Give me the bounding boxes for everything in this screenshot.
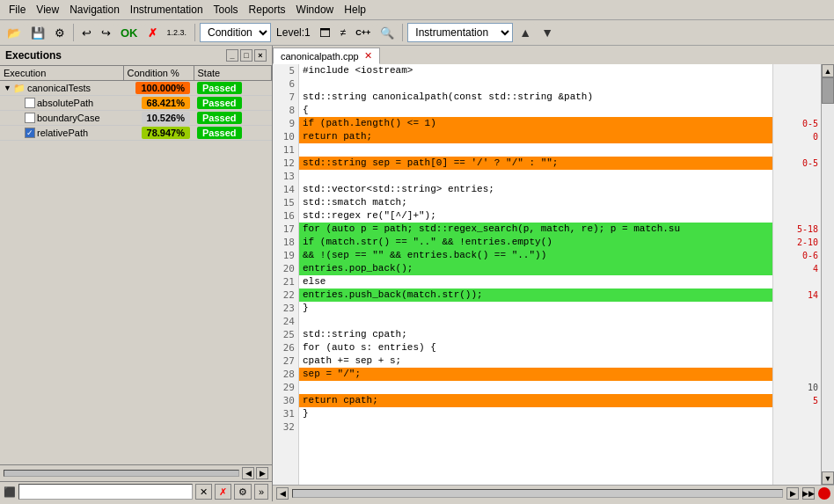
- coverage-row: 10: [773, 381, 821, 394]
- menu-window[interactable]: Window: [291, 2, 340, 18]
- horizontal-scrollbar[interactable]: [4, 470, 239, 477]
- tab-close-icon[interactable]: ✕: [364, 50, 372, 62]
- instrumentation-select[interactable]: Instrumentation: [407, 23, 513, 42]
- code-text: std::string sep = path[0] == '/' ? "/" :…: [303, 157, 558, 170]
- expand-icon[interactable]: ▼: [4, 84, 11, 92]
- close-panel-button[interactable]: ×: [254, 49, 267, 62]
- ok-button[interactable]: OK: [117, 24, 142, 42]
- line-number: 20: [273, 262, 298, 275]
- executions-header: Executions _ □ ×: [0, 46, 272, 66]
- coverage-row: 14: [773, 289, 821, 302]
- row-name: boundaryCase: [37, 113, 100, 123]
- menu-reports[interactable]: Reports: [244, 2, 291, 18]
- arrow-down-button[interactable]: ▼: [538, 23, 557, 42]
- mode-button[interactable]: 1.2.3.: [164, 26, 191, 40]
- not-equal-button[interactable]: ≠: [337, 24, 350, 41]
- row-name: canonicalTests: [27, 83, 91, 93]
- coverage-row: [773, 315, 821, 328]
- search-input[interactable]: [18, 484, 193, 500]
- code-text: if (match.str() == ".." && !entries.empt…: [303, 236, 552, 249]
- clear-search-button[interactable]: ✕: [195, 484, 212, 500]
- vertical-scrollbar[interactable]: ▲ ▼: [821, 64, 834, 485]
- menubar: File View Navigation Instrumentation Too…: [0, 0, 834, 20]
- checkbox-absolute[interactable]: [25, 98, 35, 108]
- cpp-button[interactable]: C++: [352, 26, 374, 40]
- menu-navigation[interactable]: Navigation: [64, 2, 125, 18]
- code-nav-right2[interactable]: ▶▶: [802, 487, 815, 500]
- code-nav-right1[interactable]: ▶: [786, 487, 799, 500]
- line-number: 18: [273, 236, 298, 249]
- left-arrow[interactable]: ◀: [242, 467, 254, 479]
- coverage-row: 2-10: [773, 236, 821, 249]
- state-badge: Passed: [197, 82, 242, 94]
- arrow-up-button[interactable]: ▲: [516, 23, 535, 42]
- scroll-down-button[interactable]: ▼: [822, 471, 834, 485]
- coverage-row: [773, 104, 821, 117]
- checkbox-relative[interactable]: ✓: [25, 128, 35, 138]
- menu-view[interactable]: View: [31, 2, 64, 18]
- line-number: 25: [273, 328, 298, 341]
- code-text: std::vector<std::string> entries;: [303, 183, 494, 196]
- coverage-row: [773, 64, 821, 77]
- separator-2: [194, 24, 195, 41]
- code-line: entries.push_back(match.str());: [299, 289, 772, 302]
- instrumentation-dropdown-group: Instrumentation: [407, 23, 513, 42]
- menu-tools[interactable]: Tools: [208, 2, 244, 18]
- code-line: cpath += sep + s;: [299, 354, 772, 368]
- checkbox-boundary[interactable]: [25, 113, 35, 123]
- code-text: std::smatch match;: [303, 196, 407, 209]
- code-editor-panel: canonicalpath.cpp ✕ 56789101112131415161…: [273, 46, 834, 501]
- code-text: #include <iostream>: [303, 64, 413, 77]
- line-numbers: 5678910111213141516171819202122232425262…: [273, 64, 299, 485]
- code-line: for (auto s: entries) {: [299, 341, 772, 354]
- code-content[interactable]: #include <iostream>std::string canonical…: [299, 64, 772, 485]
- code-nav-left[interactable]: ◀: [276, 487, 289, 500]
- code-horizontal-scrollbar[interactable]: [292, 489, 783, 498]
- coverage-row: [773, 91, 821, 104]
- scroll-thumb[interactable]: [822, 77, 834, 104]
- menu-help[interactable]: Help: [339, 2, 371, 18]
- main-layout: Executions _ □ × Execution Condition % S…: [0, 46, 834, 501]
- scroll-up-button[interactable]: ▲: [822, 64, 834, 77]
- search-code-button[interactable]: 🔍: [377, 24, 398, 42]
- search-options-button[interactable]: ⚙: [234, 484, 252, 500]
- redo-button[interactable]: ↪: [98, 24, 114, 42]
- tree-row-absolute: absolutePath: [4, 98, 120, 108]
- line-number: 31: [273, 407, 298, 420]
- line-number: 8: [273, 104, 298, 117]
- code-area: 5678910111213141516171819202122232425262…: [273, 64, 834, 485]
- line-number: 10: [273, 130, 298, 143]
- code-line: std::string canonicalpath(const std::str…: [299, 91, 772, 104]
- save-button[interactable]: 💾: [27, 24, 48, 42]
- code-text: sep = "/";: [303, 368, 361, 381]
- window-button[interactable]: 🗖: [316, 24, 334, 42]
- tab-canonicalpath[interactable]: canonicalpath.cpp ✕: [273, 47, 380, 64]
- coverage-row: [773, 77, 821, 91]
- cancel-button[interactable]: ✗: [144, 24, 161, 42]
- condition-select[interactable]: Condition: [200, 23, 271, 42]
- code-line: }: [299, 407, 772, 420]
- line-number: 24: [273, 315, 298, 328]
- coverage-row: [773, 170, 821, 183]
- undo-button[interactable]: ↩: [78, 24, 95, 42]
- line-number: 17: [273, 223, 298, 236]
- code-line: std::string sep = path[0] == '/' ? "/" :…: [299, 157, 772, 170]
- coverage-sidebar: 0-500-55-182-100-6414105: [772, 64, 821, 485]
- menu-instrumentation[interactable]: Instrumentation: [125, 2, 208, 18]
- code-line: std::string cpath;: [299, 328, 772, 341]
- code-line: [299, 315, 772, 328]
- restore-button[interactable]: □: [240, 49, 252, 62]
- line-number: 30: [273, 394, 298, 407]
- menu-file[interactable]: File: [4, 2, 31, 18]
- search-cross-button[interactable]: ✗: [215, 484, 231, 500]
- line-number: 28: [273, 368, 298, 381]
- right-arrow[interactable]: ▶: [256, 467, 268, 479]
- config-button[interactable]: ⚙: [51, 24, 69, 42]
- open-button[interactable]: 📂: [4, 24, 25, 42]
- code-line: [299, 381, 772, 394]
- code-text: }: [303, 407, 309, 420]
- search-more-button[interactable]: »: [254, 484, 268, 500]
- scroll-track[interactable]: [822, 77, 834, 471]
- minimize-button[interactable]: _: [226, 49, 238, 62]
- coverage-row: 0-6: [773, 249, 821, 262]
